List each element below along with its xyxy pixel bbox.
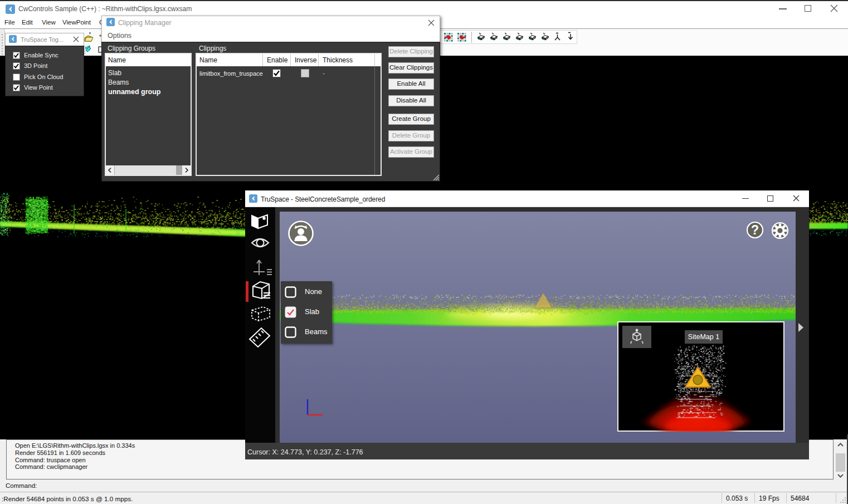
svg-text:?: ?: [751, 223, 759, 237]
